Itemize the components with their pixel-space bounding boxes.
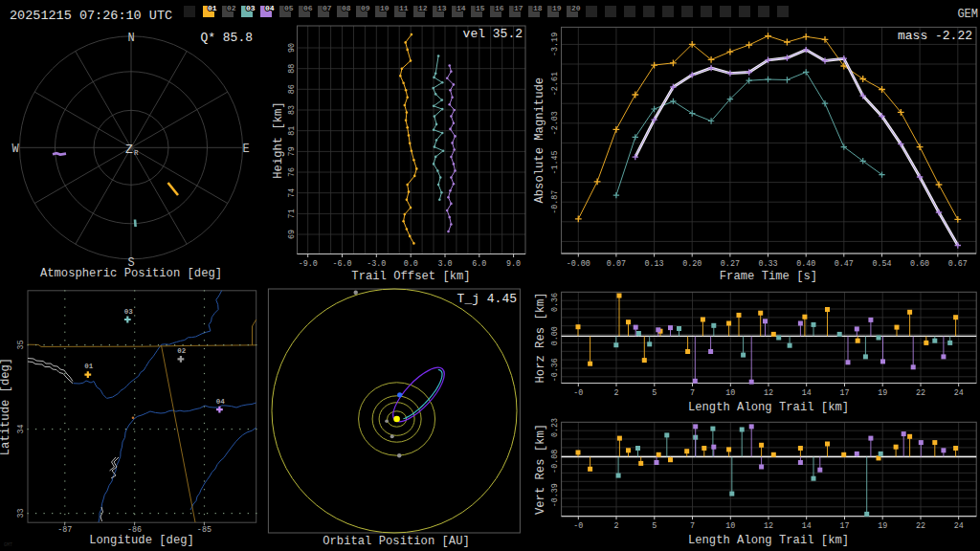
svg-text:35: 35 [16,340,26,349]
svg-text:0.07: 0.07 [607,259,626,269]
svg-text:GMT: GMT [4,542,12,548]
svg-text:13: 13 [437,4,447,12]
svg-text:09: 09 [361,4,370,12]
svg-text:0.47: 0.47 [835,259,854,269]
svg-text:-85: -85 [197,525,212,535]
svg-text:2: 2 [613,521,618,531]
svg-text:33: 33 [16,508,26,518]
svg-text:88: 88 [287,64,297,74]
svg-text:-3.0: -3.0 [367,259,386,269]
svg-text:R: R [134,149,139,157]
svg-text:90: 90 [287,43,297,53]
svg-text:Z: Z [125,143,133,157]
svg-text:-86: -86 [127,525,142,535]
svg-text:-0: -0 [573,388,583,398]
svg-text:0.00: 0.00 [550,326,560,345]
svg-text:0.13: 0.13 [645,259,664,269]
svg-text:-1.45: -1.45 [550,150,560,174]
svg-text:Length Along Trail [km]: Length Along Trail [km] [688,401,849,414]
svg-text:03: 03 [246,4,256,12]
svg-text:22: 22 [916,521,925,531]
svg-text:5: 5 [652,521,657,531]
svg-text:20251215 07:26:10 UTC: 20251215 07:26:10 UTC [10,9,172,23]
svg-text:12: 12 [418,4,428,12]
svg-text:0.20: 0.20 [682,259,702,269]
svg-text:2: 2 [613,388,618,398]
svg-text:0.23: 0.23 [550,418,560,437]
svg-text:-0: -0 [573,521,583,531]
svg-text:81: 81 [287,126,297,136]
svg-text:74: 74 [287,188,297,198]
svg-text:Q* 85.8: Q* 85.8 [200,31,253,45]
svg-text:-0.39: -0.39 [550,483,560,507]
svg-text:0.0: 0.0 [404,259,418,269]
svg-text:vel 35.2: vel 35.2 [463,27,523,41]
svg-text:N: N [127,32,134,45]
svg-text:71: 71 [287,209,297,218]
svg-text:Length Along Trail [km]: Length Along Trail [km] [688,534,849,547]
svg-text:0.27: 0.27 [721,259,740,269]
svg-text:15: 15 [476,4,485,12]
svg-text:19: 19 [552,4,562,12]
svg-text:07: 07 [323,4,332,12]
svg-text:-87: -87 [57,525,72,535]
svg-text:08: 08 [342,4,351,12]
svg-text:Orbital Position [AU]: Orbital Position [AU] [323,535,470,548]
svg-text:76: 76 [287,167,297,177]
svg-text:Height [km]: Height [km] [272,101,285,178]
svg-text:22: 22 [916,388,925,398]
svg-text:17: 17 [514,4,523,12]
svg-text:Absolute Magnitude: Absolute Magnitude [533,77,546,204]
svg-text:T_j 4.45: T_j 4.45 [457,292,517,306]
svg-text:16: 16 [495,4,504,12]
svg-text:-0.36: -0.36 [550,358,560,382]
svg-text:6.0: 6.0 [472,259,486,269]
svg-text:9.0: 9.0 [506,259,521,269]
svg-text:12: 12 [764,521,773,531]
svg-text:18: 18 [533,4,543,12]
svg-text:Frame Time [s]: Frame Time [s] [720,270,817,283]
svg-text:-9.0: -9.0 [299,259,318,269]
svg-text:11: 11 [399,4,409,12]
svg-text:0.54: 0.54 [872,259,891,269]
svg-text:7: 7 [690,521,695,531]
svg-text:-3.19: -3.19 [550,33,560,56]
svg-text:20: 20 [571,4,581,12]
svg-text:14: 14 [802,521,812,531]
svg-text:-0.08: -0.08 [550,450,560,474]
svg-text:12: 12 [764,388,773,398]
svg-text:-2.61: -2.61 [550,72,560,96]
svg-text:83: 83 [287,105,297,115]
svg-text:W: W [11,143,19,156]
svg-text:0.60: 0.60 [910,259,929,269]
svg-text:04: 04 [216,398,226,406]
svg-text:02: 02 [177,347,187,355]
svg-text:34: 34 [16,424,26,433]
svg-text:24: 24 [954,521,964,531]
svg-text:04: 04 [265,4,275,12]
svg-text:01: 01 [208,4,217,12]
svg-text:06: 06 [303,4,313,12]
svg-text:-0.00: -0.00 [567,259,590,269]
svg-text:17: 17 [839,388,849,398]
svg-text:3.0: 3.0 [437,259,452,269]
svg-text:05: 05 [284,4,294,12]
svg-text:GEM: GEM [957,8,978,21]
svg-text:Horz Res [km]: Horz Res [km] [534,292,547,383]
svg-text:E: E [242,143,249,156]
svg-text:79: 79 [287,146,297,156]
svg-text:Atmospheric Position [deg]: Atmospheric Position [deg] [40,267,222,280]
svg-text:19: 19 [878,521,887,531]
svg-text:Latitude [deg]: Latitude [deg] [0,358,12,455]
svg-text:7: 7 [690,388,695,398]
svg-text:01: 01 [84,363,94,370]
svg-text:14: 14 [802,388,812,398]
svg-text:-6.0: -6.0 [332,259,351,269]
svg-text:-0.87: -0.87 [550,190,560,214]
svg-text:69: 69 [287,230,297,239]
svg-text:10: 10 [725,388,735,398]
svg-text:Longitude [deg]: Longitude [deg] [89,534,194,547]
svg-text:Vert Res [km]: Vert Res [km] [534,424,547,515]
svg-text:14: 14 [457,4,466,12]
svg-text:10: 10 [380,4,390,12]
